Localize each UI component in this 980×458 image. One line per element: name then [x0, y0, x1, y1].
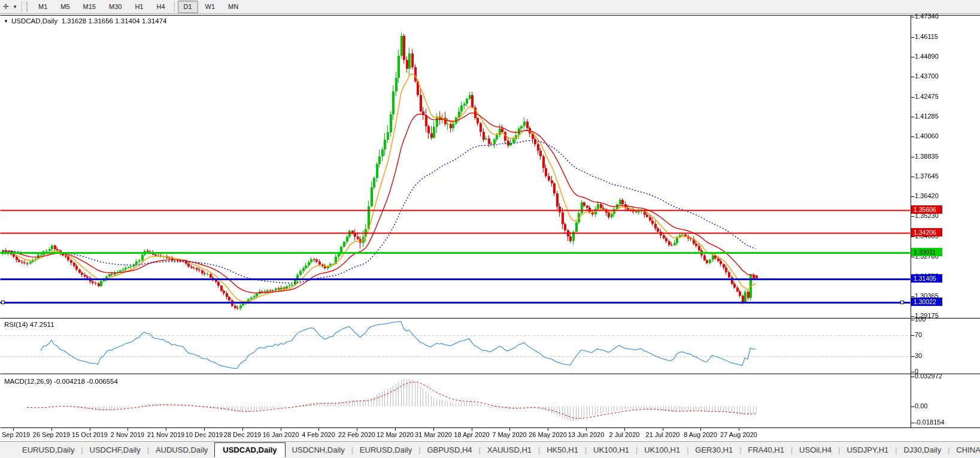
chart-window: ▼USDCAD,Daily 1.31628 1.31656 1.31404 1.… [0, 14, 980, 441]
date-axis-label: 2 Jul 2020 [609, 431, 640, 438]
date-axis-label: 15 Oct 2019 [72, 431, 108, 438]
chart-canvas[interactable] [0, 14, 980, 441]
tab-usdchf-daily[interactable]: USDCHF,Daily [83, 443, 147, 457]
price-axis-tick-label: 1.38835 [915, 153, 939, 160]
timeframe-button-w1[interactable]: W1 [199, 1, 222, 13]
timeframe-button-h1[interactable]: H1 [129, 1, 149, 13]
tab-eurusd-daily[interactable]: EURUSD,Daily [353, 443, 418, 457]
price-axis-tick-label: 1.46115 [915, 33, 938, 40]
chart-symbol-period: USDCAD,Daily [11, 17, 57, 25]
price-level-label: 1.33011 [911, 248, 942, 256]
date-axis-label: 13 Jun 2020 [568, 431, 605, 438]
price-axis-tick-label: 1.37645 [915, 172, 939, 180]
tab-ger30-h1[interactable]: GER30,H1 [688, 443, 739, 457]
rsi-axis-tick-label: 70 [915, 331, 922, 338]
timeframe-button-m15[interactable]: M15 [77, 1, 102, 13]
tab-eurusd-daily[interactable]: EURUSD,Daily [16, 443, 81, 457]
mt4-window: ✛ ▾ M1M5M15M30H1H4D1W1MN ▼USDCAD,Daily 1… [0, 0, 980, 458]
rsi-indicator-label: RSI(14) 47.2511 [4, 321, 54, 328]
timeframe-button-m5[interactable]: M5 [54, 1, 75, 13]
tab-usdcad-daily[interactable]: USDCAD,Daily [214, 442, 285, 457]
price-level-label: 1.31405 [911, 274, 942, 283]
collapse-chart-caret-icon[interactable]: ▼ [4, 19, 8, 24]
cursor-tool-icon[interactable]: ✛ [1, 2, 11, 11]
date-axis-label: 21 Jul 2020 [646, 431, 680, 438]
price-axis-tick-label: 1.41285 [915, 113, 939, 120]
chart-tabs: EURUSD,Daily|USDCHF,Daily|AUDUSD,DailyUS… [16, 442, 980, 458]
price-axis-tick-label: 1.36420 [915, 192, 939, 199]
date-axis-label: 31 Mar 2020 [415, 431, 452, 438]
date-axis-label: 26 Sep 2019 [33, 431, 70, 438]
tab-uk100-h1[interactable]: UK100,H1 [587, 443, 636, 457]
tab-audusd-daily[interactable]: AUDUSD,Daily [149, 443, 214, 457]
macd-indicator-label: MACD(12,26,9) -0.004218 -0.006554 [4, 378, 118, 385]
date-axis-label: 22 Feb 2020 [338, 431, 375, 438]
price-level-label: 1.30022 [911, 298, 942, 306]
chart-ohlc-values: 1.31628 1.31656 1.31404 1.31474 [62, 17, 167, 25]
tab-dj30-daily[interactable]: DJ30,Daily [897, 443, 948, 457]
price-level-label: 1.35606 [911, 205, 942, 214]
cursor-tool-dropdown-caret-icon[interactable]: ▾ [11, 4, 19, 10]
date-axis-label: 21 Nov 2019 [147, 431, 184, 438]
date-axis-label: 26 May 2020 [529, 431, 567, 438]
date-axis-label: 18 Apr 2020 [454, 431, 489, 438]
tab-uk100-h1[interactable]: UK100,H1 [638, 443, 687, 457]
tab-fra40-h1[interactable]: FRA40,H1 [741, 443, 791, 457]
date-axis-label: 27 Aug 2020 [720, 431, 757, 438]
date-axis-label: 2 Nov 2019 [111, 431, 144, 438]
chart-title: ▼USDCAD,Daily 1.31628 1.31656 1.31404 1.… [4, 17, 167, 25]
date-axis-label: 10 Dec 2019 [186, 431, 223, 438]
chart-tab-bar: EURUSD,Daily|USDCHF,Daily|AUDUSD,DailyUS… [0, 441, 980, 458]
date-axis-label: 8 Aug 2020 [684, 431, 717, 438]
tab-usdcnh-daily[interactable]: USDCNH,Daily [286, 443, 351, 457]
macd-axis-tick-label: 0.00 [915, 402, 927, 410]
timeframe-buttons: M1M5M15M30H1H4D1W1MN [32, 0, 245, 14]
date-axis-label: 4 Feb 2020 [302, 431, 335, 438]
date-axis-label: 7 May 2020 [492, 431, 526, 438]
toolbar-separator [174, 1, 175, 12]
toolbar-drag-handle[interactable] [26, 2, 28, 11]
macd-axis-tick-label: 0.032972 [915, 372, 942, 380]
tab-gbpusd-h4[interactable]: GBPUSD,H4 [420, 443, 478, 457]
timeframe-button-h4[interactable]: H4 [150, 1, 171, 13]
timeframe-button-mn[interactable]: MN [222, 1, 244, 13]
date-axis-label: 7 Sep 2019 [0, 431, 30, 438]
rsi-axis-tick-label: 100 [915, 316, 926, 323]
macd-axis-tick-label: -0.018154 [915, 418, 945, 426]
price-axis-tick-label: 1.40060 [915, 132, 939, 139]
date-axis-label: 28 Dec 2019 [224, 431, 261, 438]
toolbar-separator [22, 1, 22, 12]
tab-hk50-h1[interactable]: HK50,H1 [540, 443, 585, 457]
rsi-axis-tick-label: 30 [915, 352, 922, 359]
tab-usdjpy-h1[interactable]: USDJPY,H1 [840, 443, 895, 457]
price-axis-tick-label: 1.44890 [915, 53, 939, 60]
timeframe-button-m1[interactable]: M1 [32, 1, 53, 13]
price-axis-tick-label: 1.42475 [915, 93, 939, 100]
price-level-label: 1.34206 [911, 228, 942, 236]
tab-china300-h1[interactable]: CHINA300,H1 [949, 443, 980, 457]
date-axis-label: 12 Mar 2020 [377, 431, 414, 438]
tab-xauusd-h1[interactable]: XAUUSD,H1 [481, 443, 538, 457]
price-axis-tick-label: 1.43700 [915, 72, 939, 80]
date-axis-label: 16 Jan 2020 [263, 431, 299, 438]
tab-usoil-h4[interactable]: USOil,H4 [793, 443, 838, 457]
top-toolbar: ✛ ▾ M1M5M15M30H1H4D1W1MN [0, 0, 980, 14]
timeframe-button-m30[interactable]: M30 [103, 1, 128, 13]
timeframe-button-d1[interactable]: D1 [178, 1, 198, 13]
price-axis-tick-label: 1.47340 [915, 13, 939, 20]
